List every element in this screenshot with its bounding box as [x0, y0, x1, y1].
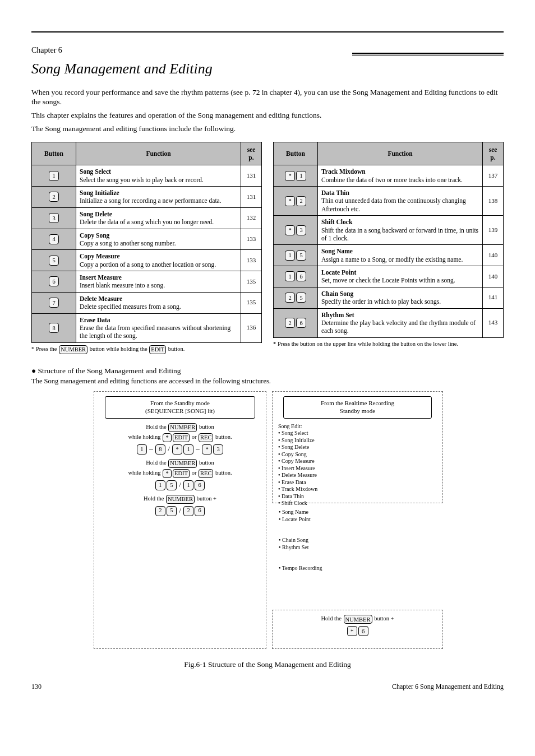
keycap-icon: 5	[296, 293, 306, 303]
table-row: 6Insert MeasureInsert blank measure into…	[32, 271, 262, 293]
table-row: 2Song InitializeInitialize a song for re…	[32, 187, 262, 208]
function-cell: Erase DataErase the data from specified …	[76, 313, 241, 342]
page-ref-cell: 131	[241, 165, 262, 187]
fig-left-keys-2: 15 / 16	[94, 480, 266, 490]
function-cell: Copy MeasureCopy a portion of a song to …	[76, 250, 241, 271]
keycap-icon: *	[285, 171, 295, 181]
th-function-r: Function	[318, 142, 483, 165]
table-row: 26Rhythm SetDetermine the play back velo…	[274, 308, 504, 337]
key-number-icon-1: NUMBER	[168, 423, 197, 432]
key-edit-foot: EDIT	[149, 345, 166, 354]
function-cell: Delete MeasureDelete specified measures …	[76, 292, 241, 313]
function-desc: Determine the play back velocity and the…	[321, 319, 479, 335]
button-cell: *2	[274, 187, 318, 216]
button-cell: 15	[274, 245, 318, 266]
fig-right-list-2: • Song Name • Locate Point	[279, 509, 436, 523]
function-title: Locate Point	[321, 268, 479, 276]
intro-para-2: This chapter explains the features and o…	[31, 111, 504, 120]
button-cell: 2	[32, 187, 76, 208]
figure-caption: Fig.6-1 Structure of the Song Management…	[31, 660, 504, 670]
key-rec-icon-2: REC	[199, 469, 213, 478]
function-desc: Select the song you wish to play back or…	[80, 176, 237, 184]
fig-right-bottom-panel: Hold the NUMBER button + *6	[272, 610, 443, 649]
chapter-header-row: Chapter 6	[31, 45, 504, 55]
fig-right-keys: *6	[273, 626, 442, 636]
page-ref-cell: 140	[483, 266, 504, 287]
left-table-footnote: * Press the NUMBER button while holding …	[31, 345, 262, 354]
fig-right-list-1: Song Edit: • Song Select • Song Initiali…	[273, 423, 442, 507]
keycap-icon: 6	[49, 276, 59, 286]
th-button-l: Button	[32, 142, 76, 165]
page-ref-cell: 138	[483, 187, 504, 216]
page-ref-cell: 131	[241, 187, 262, 208]
key-edit-icon-2: EDIT	[173, 469, 190, 478]
function-desc: Shift the data in a song backward or for…	[321, 226, 479, 243]
table-row: 3Song DeleteDelete the data of a song wh…	[32, 207, 262, 229]
th-function-l: Function	[76, 142, 241, 165]
function-title: Insert Measure	[80, 273, 237, 281]
function-title: Song Select	[80, 168, 237, 175]
keycap-icon: 5	[296, 251, 306, 261]
key-star-icon: *	[163, 433, 172, 442]
button-cell: 4	[32, 229, 76, 250]
table-row: 16Locate PointSet, move or check the Loc…	[274, 266, 504, 287]
right-table-footnote: * Press the button on the upper line whi…	[273, 340, 504, 347]
button-cell: 26	[274, 308, 318, 337]
button-cell: *1	[274, 165, 318, 187]
function-cell: Data ThinThin out unneeded data from the…	[318, 187, 483, 216]
top-horizontal-rule	[31, 31, 504, 33]
function-desc: Set, move or check the Locate Points wit…	[321, 276, 479, 284]
page-number: 130	[31, 683, 41, 691]
button-cell: *3	[274, 216, 318, 245]
function-desc: Insert blank measure into a song.	[80, 281, 237, 289]
fig-left-panel: From the Standby mode (SEQUENCER [SONG] …	[94, 391, 266, 649]
function-title: Shift Clock	[321, 218, 479, 226]
table-row: 8Erase DataErase the data from specified…	[32, 313, 262, 342]
intro-para-1: When you record your performance and sav…	[31, 88, 504, 107]
fig-left-head: From the Standby mode (SEQUENCER [SONG] …	[105, 396, 255, 419]
page-ref-cell: 135	[241, 271, 262, 293]
left-table-wrap: Button Function see p. 1Song SelectSelec…	[31, 142, 262, 354]
th-page-r: see p.	[483, 142, 504, 165]
keycap-icon: 6	[296, 318, 306, 328]
right-feature-table: Button Function see p. *1Track MixdownCo…	[273, 142, 504, 338]
function-desc: Thin out unneeded data from the continuo…	[321, 197, 479, 213]
function-title: Track Mixdown	[321, 168, 479, 175]
keycap-icon: *	[285, 225, 295, 235]
table-row: 5Copy MeasureCopy a portion of a song to…	[32, 250, 262, 271]
function-title: Rhythm Set	[321, 311, 479, 319]
page-ref-cell: 132	[241, 207, 262, 229]
page-footer: 130 Chapter 6 Song Management and Editin…	[31, 683, 504, 691]
button-cell: 16	[274, 266, 318, 287]
button-cell: 8	[32, 313, 76, 342]
button-cell: 6	[32, 271, 76, 293]
function-title: Copy Song	[80, 231, 237, 239]
button-cell: 7	[32, 292, 76, 313]
page-ref-cell: 135	[241, 292, 262, 313]
fig-left-block-1: Hold the NUMBER button while holding *ED…	[94, 423, 266, 454]
fig-left-keys-1: 1 – 8 / *1 – *3	[94, 444, 266, 454]
key-number-icon-4: NUMBER	[344, 615, 372, 624]
function-cell: Locate PointSet, move or check the Locat…	[318, 266, 483, 287]
keycap-icon: 6	[296, 271, 306, 281]
function-desc: Copy a portion of a song to another loca…	[80, 261, 237, 268]
table-row: 1Song SelectSelect the song you wish to …	[32, 165, 262, 187]
function-title: Chain Song	[321, 290, 479, 298]
keycap-icon: 1	[285, 271, 295, 281]
page: Chapter 6 Song Management and Editing Wh…	[0, 0, 535, 701]
page-ref-cell: 136	[241, 313, 262, 342]
function-desc: Delete specified measures from a song.	[80, 303, 237, 310]
function-title: Erase Data	[80, 316, 237, 324]
fig-left-block-3: Hold the NUMBER button + 25 / 26	[94, 495, 266, 516]
function-desc: Combine the data of two or more tracks i…	[321, 176, 479, 184]
page-ref-cell: 139	[483, 216, 504, 245]
table-row: *3Shift ClockShift the data in a song ba…	[274, 216, 504, 245]
fig-left-block-2: Hold the NUMBER button while holding *ED…	[94, 459, 266, 490]
keycap-icon: 3	[49, 213, 59, 223]
intro-paragraphs: When you record your performance and sav…	[31, 88, 504, 134]
keycap-icon: 2	[49, 192, 59, 202]
structure-heading: ● Structure of the Song Management and E…	[31, 367, 504, 376]
keycap-icon: 2	[285, 293, 295, 303]
key-number-icon-3: NUMBER	[166, 495, 195, 504]
keycap-icon: 5	[49, 256, 59, 266]
